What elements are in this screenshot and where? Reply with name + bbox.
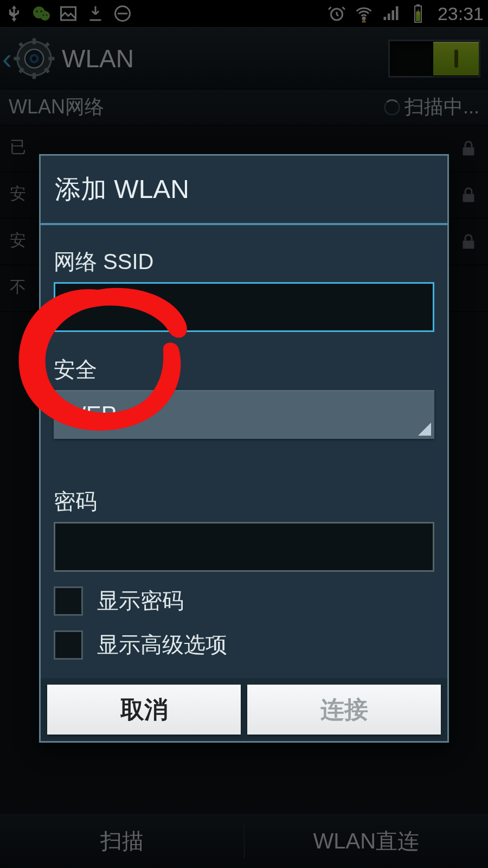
security-label: 安全 [54, 355, 434, 385]
cancel-button[interactable]: 取消 [47, 685, 241, 735]
security-select[interactable]: WEP [54, 390, 434, 439]
show-password-label: 显示密码 [97, 586, 184, 616]
ssid-input[interactable] [54, 282, 434, 332]
show-advanced-label: 显示高级选项 [97, 630, 227, 660]
password-input[interactable] [54, 522, 434, 572]
show-password-checkbox[interactable] [54, 586, 83, 616]
dropdown-icon [418, 423, 431, 436]
ssid-label: 网络 SSID [54, 247, 434, 277]
add-wlan-dialog: 添加 WLAN 网络 SSID 安全 WEP 密码 显示密码 显示高级选项 [39, 154, 449, 743]
dialog-title: 添加 WLAN [41, 156, 447, 223]
password-label: 密码 [54, 487, 434, 516]
connect-button[interactable]: 连接 [247, 685, 441, 735]
show-advanced-checkbox[interactable] [54, 630, 83, 660]
security-value: WEP [65, 401, 117, 427]
